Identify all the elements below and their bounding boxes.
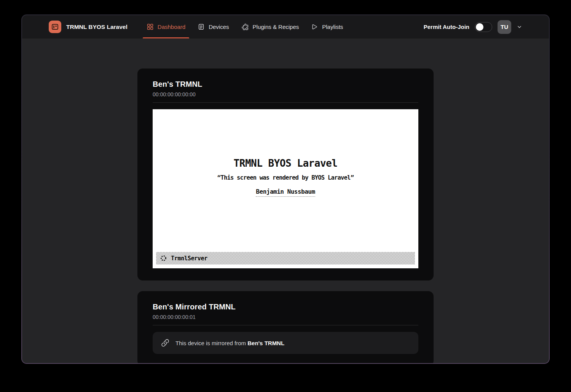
device-card-bens-mirrored-trmnl: Ben's Mirrored TRMNL 00:00:00:00:00:01 T… <box>137 291 434 363</box>
devices-list-icon <box>198 23 205 30</box>
mirror-notice-prefix: This device is mirrored from <box>175 340 247 346</box>
divider <box>153 102 418 103</box>
screen-author-wrap: Benjamin Nussbaum <box>153 188 418 197</box>
screen-status-bar: TrmnlServer <box>156 252 415 265</box>
screen-content: TRMNL BYOS Laravel “This screen was rend… <box>153 109 418 197</box>
chevron-down-icon[interactable] <box>517 24 522 30</box>
mirror-notice-text: This device is mirrored from Ben's TRMNL <box>175 340 284 346</box>
dashboard-content: Ben's TRMNL 00:00:00:00:00:00 TRMNL BYOS… <box>22 39 549 363</box>
tab-playlists[interactable]: Playlists <box>305 15 349 38</box>
screen-title: TRMNL BYOS Laravel <box>153 158 418 169</box>
toggle-knob <box>476 23 483 31</box>
tab-label: Plugins & Recipes <box>253 24 299 30</box>
play-icon <box>311 23 318 30</box>
mirror-source-device: Ben's TRMNL <box>247 340 284 346</box>
app-window: TRMNL BYOS Laravel Dashboard <box>22 15 549 363</box>
brand-title: TRMNL BYOS Laravel <box>66 24 128 30</box>
trmnl-logo-icon <box>49 21 61 33</box>
mirrored-device-notice: This device is mirrored from Ben's TRMNL <box>153 332 418 354</box>
tab-label: Playlists <box>322 24 343 30</box>
brand: TRMNL BYOS Laravel <box>49 15 128 38</box>
divider <box>153 325 418 325</box>
tab-plugins-recipes[interactable]: Plugins & Recipes <box>235 15 305 38</box>
device-name: Ben's Mirrored TRMNL <box>153 303 418 311</box>
app-window-frame: TRMNL BYOS Laravel Dashboard <box>21 14 550 364</box>
tab-label: Devices <box>209 24 229 30</box>
device-card-bens-trmnl: Ben's TRMNL 00:00:00:00:00:00 TRMNL BYOS… <box>137 69 434 280</box>
screen-author-link: Benjamin Nussbaum <box>256 188 315 197</box>
device-mac-address: 00:00:00:00:00:01 <box>153 314 418 320</box>
permit-auto-join-toggle[interactable] <box>475 22 492 32</box>
tab-dashboard[interactable]: Dashboard <box>140 15 191 38</box>
device-screen-preview: TRMNL BYOS Laravel “This screen was rend… <box>153 109 418 268</box>
status-bar-label: TrmnlServer <box>171 255 207 262</box>
user-avatar[interactable]: TU <box>498 20 511 34</box>
dashboard-grid-icon <box>147 23 154 30</box>
tab-devices[interactable]: Devices <box>191 15 235 38</box>
permit-auto-join-label: Permit Auto-Join <box>424 24 469 30</box>
tab-label: Dashboard <box>158 24 185 30</box>
nav-right-controls: Permit Auto-Join TU <box>424 15 522 38</box>
link-icon <box>161 339 169 347</box>
device-name: Ben's TRMNL <box>153 80 418 89</box>
top-navbar: TRMNL BYOS Laravel Dashboard <box>22 15 549 39</box>
nav-tabs: Dashboard Devices <box>140 15 349 38</box>
device-mac-address: 00:00:00:00:00:00 <box>153 91 418 97</box>
puzzle-piece-icon <box>241 23 249 31</box>
screen-quote: “This screen was rendered by BYOS Larave… <box>153 174 418 181</box>
spinner-icon <box>160 255 167 262</box>
